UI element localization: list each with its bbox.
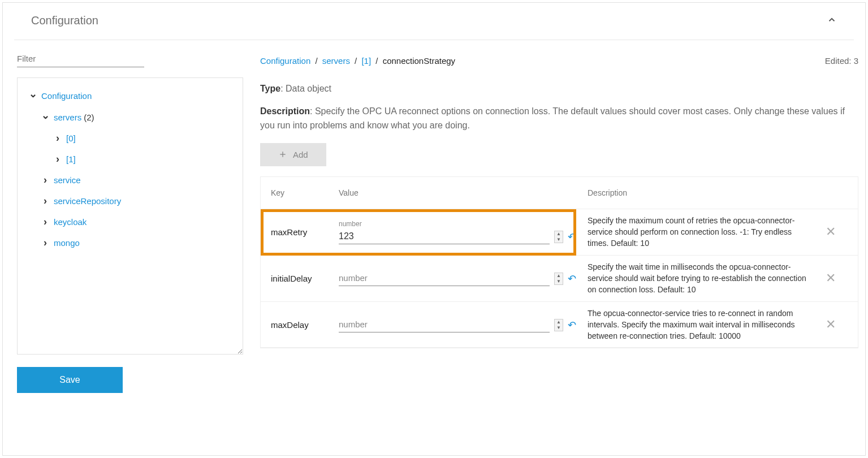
row-description: Specify the maximum count of retries the… — [588, 215, 814, 249]
chevron-right-icon[interactable] — [40, 174, 50, 186]
tree-node-keycloak[interactable]: keycloak — [22, 211, 238, 232]
chevron-right-icon[interactable] — [40, 216, 50, 228]
description-line: Description: Specify the OPC UA reconnec… — [260, 104, 858, 133]
add-button[interactable]: Add — [260, 143, 326, 166]
row-key: maxRetry — [271, 227, 339, 237]
filter-input[interactable] — [17, 50, 144, 67]
tree-node-servers[interactable]: servers (2) — [22, 106, 238, 128]
save-button[interactable]: Save — [17, 367, 123, 393]
undo-icon[interactable]: ↶ — [568, 319, 576, 331]
value-cell: ▲▼ ↶ — [339, 271, 588, 286]
value-input-maxRetry[interactable] — [339, 229, 550, 244]
plus-icon — [278, 150, 287, 159]
tree-node-service[interactable]: service — [22, 170, 238, 191]
row-key: initialDelay — [271, 274, 339, 283]
value-cell: ▲▼ ↶ — [339, 317, 588, 332]
tree-node-mongo[interactable]: mongo — [22, 232, 238, 253]
chevron-right-icon[interactable] — [53, 132, 63, 144]
remove-row-icon[interactable]: ✕ — [814, 224, 848, 239]
breadcrumb-servers[interactable]: servers — [322, 56, 350, 66]
content-area: Configuration servers (2) [0] [1] — [3, 40, 865, 403]
tree-node-configuration[interactable]: Configuration — [22, 85, 238, 106]
breadcrumb-index1[interactable]: [1] — [361, 56, 371, 66]
tree-node-server-1[interactable]: [1] — [22, 149, 238, 170]
value-input-maxDelay[interactable] — [339, 317, 550, 332]
number-stepper[interactable]: ▲▼ — [554, 319, 563, 331]
table-row: maxDelay ▲▼ ↶ The opcua-connector-servic… — [261, 302, 858, 348]
value-cell: number ▲▼ ↶ — [339, 220, 588, 244]
col-value: Value — [339, 188, 588, 197]
breadcrumb-current: connectionStrategy — [383, 56, 455, 66]
panel-header: Configuration — [14, 3, 854, 40]
row-description: Specify the wait time in milliseconds th… — [588, 261, 814, 296]
chevron-right-icon[interactable] — [53, 153, 63, 165]
chevron-right-icon[interactable] — [40, 195, 50, 207]
detail-pane: Configuration / servers / [1] / connecti… — [260, 50, 858, 393]
number-stepper[interactable]: ▲▼ — [554, 231, 563, 243]
configuration-panel: Configuration Configuration servers (2) — [2, 2, 866, 456]
table-row: maxRetry number ▲▼ ↶ Specify the maximum… — [261, 209, 858, 256]
value-input-initialDelay[interactable] — [339, 271, 550, 286]
properties-table: Key Value Description maxRetry number — [260, 176, 858, 349]
col-description: Description — [588, 188, 814, 197]
row-description: The opcua-connector-service tries to re-… — [588, 308, 814, 342]
number-stepper[interactable]: ▲▼ — [554, 273, 563, 285]
type-line: Type: Data object — [260, 81, 858, 96]
panel-title: Configuration — [31, 14, 98, 27]
tree-node-serviceRepository[interactable]: serviceRepository — [22, 191, 238, 211]
undo-icon[interactable]: ↶ — [568, 231, 576, 243]
row-key: maxDelay — [271, 320, 339, 330]
collapse-icon[interactable] — [827, 15, 837, 27]
chevron-down-icon[interactable] — [40, 111, 50, 123]
breadcrumb: Configuration / servers / [1] / connecti… — [260, 56, 455, 66]
remove-row-icon[interactable]: ✕ — [814, 317, 848, 332]
chevron-down-icon[interactable] — [28, 89, 38, 102]
sidebar: Configuration servers (2) [0] [1] — [17, 50, 243, 393]
tree-view[interactable]: Configuration servers (2) [0] [1] — [17, 77, 243, 355]
edited-count: Edited: 3 — [825, 56, 858, 66]
tree-node-server-0[interactable]: [0] — [22, 128, 238, 149]
remove-row-icon[interactable]: ✕ — [814, 271, 848, 286]
col-key: Key — [271, 188, 339, 197]
table-header: Key Value Description — [261, 177, 858, 209]
table-row: initialDelay ▲▼ ↶ Specify the wait time … — [261, 256, 858, 302]
field-type-label: number — [339, 220, 550, 228]
chevron-right-icon[interactable] — [40, 237, 50, 249]
breadcrumb-configuration[interactable]: Configuration — [260, 56, 310, 66]
undo-icon[interactable]: ↶ — [568, 273, 576, 285]
